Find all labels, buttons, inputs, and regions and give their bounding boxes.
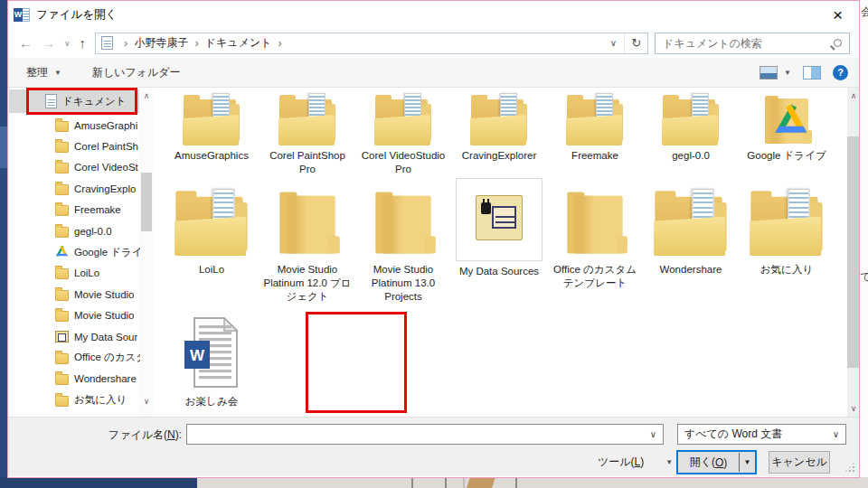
file-item-label: Corel PaintShop Pro [260, 149, 354, 176]
preview-pane-icon[interactable] [803, 66, 821, 80]
breadcrumb-item[interactable]: 小野寺康子 [134, 35, 188, 51]
word-file-icon: W [184, 316, 240, 389]
gdrive-logo-icon [773, 103, 809, 134]
sidebar-item-label: CravingExplo [74, 183, 136, 194]
sidebar-item[interactable]: Office のカスタ [8, 347, 140, 368]
new-folder-button[interactable]: 新しいフォルダー [92, 65, 181, 80]
open-dropdown-arrow[interactable]: ▼ [740, 452, 755, 473]
file-item[interactable]: Google ドライブ [739, 91, 835, 176]
command-bar: 整理 ▼ 新しいフォルダー ▼ ? [8, 58, 859, 88]
address-dropdown-icon[interactable]: ∨ [603, 38, 624, 48]
file-type-combobox[interactable]: すべての Word 文書 ∨ [677, 424, 846, 445]
file-item[interactable]: AmuseGraphics [164, 91, 259, 176]
file-name-input[interactable] [187, 425, 644, 444]
back-button[interactable]: ← [19, 35, 33, 51]
file-item-label: Office のカスタム テンプレート [548, 263, 642, 290]
breadcrumb-separator: › [124, 36, 127, 50]
folder-with-documents-icon [175, 189, 249, 256]
scroll-up-arrow[interactable]: ∧ [140, 89, 153, 102]
close-button[interactable]: × [824, 6, 852, 23]
sidebar-item[interactable]: Corel VideoSt [8, 157, 140, 178]
search-input[interactable] [663, 37, 834, 50]
sidebar-item-label: Wondershare [74, 373, 137, 384]
view-options-button[interactable]: ▼ [760, 66, 791, 80]
organize-button[interactable]: 整理 ▼ [26, 65, 61, 80]
file-item-label: LoiLo [199, 263, 224, 277]
file-type-value: すべての Word 文書 [678, 427, 826, 442]
recent-locations-dropdown[interactable]: ∨ [64, 39, 71, 48]
file-item[interactable]: LoiLo [164, 178, 259, 304]
folder-icon [55, 121, 69, 132]
breadcrumb-separator: › [194, 36, 198, 50]
sidebar-item[interactable]: Corel PaintSh [8, 136, 140, 156]
sidebar-item[interactable]: Freemake [8, 200, 140, 221]
ruler-mark [463, 478, 465, 488]
sidebar-item[interactable]: AmuseGraphi [8, 115, 140, 136]
file-item[interactable]: Corel PaintShop Pro [259, 91, 355, 176]
file-item[interactable]: Office のカスタム テンプレート [547, 178, 643, 304]
tools-label: ツール(L) [598, 455, 644, 470]
file-item[interactable]: Wお楽しみ会 [164, 315, 259, 408]
refresh-button[interactable]: ↻ [624, 33, 647, 53]
file-item[interactable]: Movie Studio Platinum 13.0 Projects [355, 178, 451, 304]
file-row: LoiLoMovie Studio Platinum 12.0 プロジェクトMo… [153, 178, 835, 304]
open-button[interactable]: 開く(O) ▼ [676, 450, 757, 474]
file-item[interactable]: Wondershare [643, 178, 739, 304]
word-document-icon: W [184, 316, 240, 391]
backdrop-document-edge: 会 で [860, 0, 868, 477]
folder-with-documents-icon [566, 93, 624, 145]
dropdown-triangle-icon: ▼ [784, 69, 791, 77]
sidebar-item[interactable]: お気に入り [8, 389, 140, 410]
address-bar[interactable]: ›小野寺康子›ドキュメント› ∨ ↻ [95, 33, 648, 54]
file-item[interactable]: Movie Studio Platinum 12.0 プロジェクト [259, 178, 355, 304]
ruler-mark [411, 478, 413, 488]
search-box[interactable] [655, 33, 850, 54]
sidebar-item[interactable]: Wondershare [8, 369, 140, 389]
file-item-label: Corel VideoStudio Pro [356, 149, 450, 176]
sidebar-item[interactable]: LoiLo [8, 263, 140, 284]
file-item[interactable]: gegl-0.0 [643, 91, 739, 176]
scroll-down-arrow[interactable]: ∨ [847, 402, 860, 415]
file-item[interactable]: CravingExplorer [451, 91, 547, 176]
dropdown-triangle-icon: ▼ [54, 69, 61, 77]
breadcrumb-item[interactable]: ドキュメント [205, 35, 272, 51]
tools-button[interactable]: ツール(L) ▼ [598, 455, 673, 470]
folder-icon [55, 142, 69, 153]
help-icon[interactable]: ? [833, 65, 848, 80]
gdrive-folder-icon [761, 95, 812, 145]
chevron-down-icon[interactable]: ∨ [826, 429, 845, 439]
sidebar-item[interactable]: gegl-0.0 [8, 221, 140, 241]
backdrop-text-fragment: で [860, 269, 868, 285]
open-button-label: 開く(O) [678, 452, 739, 473]
chevron-down-icon[interactable]: ∨ [644, 429, 663, 439]
scrollbar-thumb[interactable] [847, 136, 859, 368]
file-row: Wお楽しみ会 [153, 315, 259, 408]
scroll-up-arrow[interactable]: ∧ [847, 89, 860, 102]
sidebar-item[interactable]: Movie Studio [8, 305, 140, 326]
file-item[interactable]: My Data Sources [451, 178, 547, 304]
forward-button[interactable]: → [42, 35, 55, 51]
scrollbar-thumb[interactable] [141, 173, 152, 231]
sidebar-item[interactable]: My Data Sour [8, 326, 140, 347]
file-row: AmuseGraphicsCorel PaintShop ProCorel Vi… [153, 91, 835, 176]
file-area-scrollbar[interactable]: ∧ ∨ [847, 88, 859, 417]
title-bar: W ファイルを開く × [8, 1, 859, 28]
sidebar-item[interactable]: Google ドライ [8, 241, 140, 262]
sidebar-item[interactable]: Movie Studio [8, 284, 140, 305]
sidebar-scrollbar[interactable]: ∧ ∨ [140, 88, 153, 417]
backdrop-word-window-edge [0, 0, 7, 488]
file-item[interactable]: Freemake [547, 91, 643, 176]
sidebar-item-label: Freemake [74, 204, 121, 215]
sidebar-item-label: LoiLo [74, 267, 99, 278]
scroll-down-arrow[interactable]: ∨ [140, 395, 153, 408]
file-item[interactable]: Corel VideoStudio Pro [355, 91, 451, 176]
file-name-combobox[interactable]: ∨ [186, 424, 664, 445]
organize-label: 整理 [26, 65, 48, 80]
up-button[interactable]: ↑ [80, 35, 87, 51]
sidebar-item[interactable]: CravingExplo [8, 178, 140, 199]
resize-grip[interactable] [846, 464, 854, 472]
cancel-button[interactable]: キャンセル [769, 451, 830, 474]
file-item-label: Movie Studio Platinum 13.0 Projects [356, 263, 450, 304]
file-item[interactable]: お気に入り [739, 178, 835, 304]
file-item-label: My Data Sources [459, 265, 539, 278]
